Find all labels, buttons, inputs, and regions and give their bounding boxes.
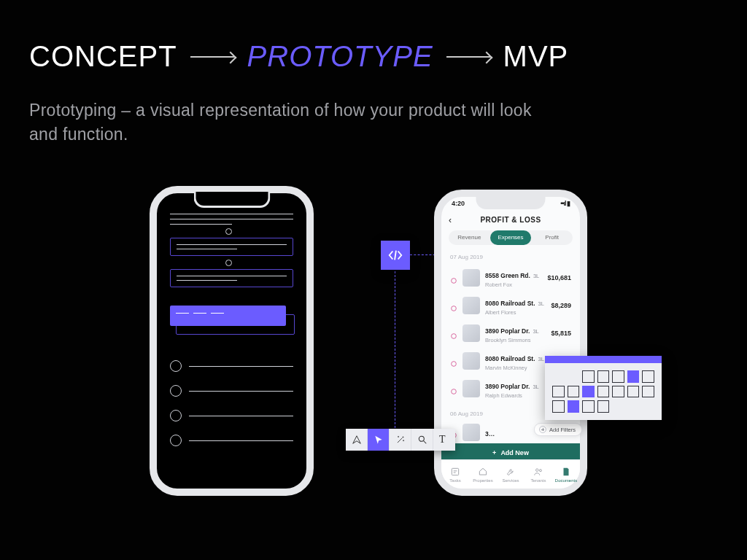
svg-point-1 xyxy=(402,437,403,438)
documents-icon xyxy=(561,467,571,477)
status-time: 4:20 xyxy=(452,200,465,207)
favorite-icon xyxy=(450,274,457,281)
expense-row[interactable]: 8080 Railroad St.3LAlbert Flores$8,289 xyxy=(441,292,580,319)
headline-mvp: MVP xyxy=(503,40,569,73)
calendar-cell[interactable] xyxy=(582,400,595,413)
expense-name: Brooklyn Simmons xyxy=(485,337,546,343)
calendar-cell[interactable] xyxy=(568,400,580,413)
pen-tool-button[interactable] xyxy=(346,429,368,451)
svg-line-5 xyxy=(423,441,426,444)
expense-address: 8558 Green Rd. xyxy=(485,272,530,279)
expense-address: 3890 Poplar Dr. xyxy=(485,383,530,390)
code-icon xyxy=(381,241,410,270)
wireframe-radio-row xyxy=(170,435,293,446)
plus-icon: + xyxy=(492,449,496,456)
expense-address: 3890 Poplar Dr. xyxy=(485,327,530,335)
design-toolbar: T xyxy=(346,429,455,451)
tasks-icon xyxy=(450,467,460,477)
arrow-icon xyxy=(446,56,490,58)
wireframe-radio-row xyxy=(170,410,293,421)
expense-name: Marvin McKinney xyxy=(485,365,546,371)
favorite-icon xyxy=(450,330,457,337)
headline: CONCEPT PROTOTYPE MVP xyxy=(29,40,568,73)
hifi-phone: 4:20 ••ıl ▮ ‹ PROFIT & LOSS Revenue Expe… xyxy=(434,190,587,496)
calendar-cell xyxy=(552,370,565,383)
svg-point-4 xyxy=(419,436,424,441)
property-thumb xyxy=(462,380,480,397)
svg-point-8 xyxy=(452,334,457,339)
calendar-cell[interactable] xyxy=(597,386,610,398)
expense-row[interactable]: 3890 Poplar Dr.3LBrooklyn Simmons$5,815 xyxy=(441,319,580,347)
date-header: 06 Aug 2019 xyxy=(450,411,483,417)
calendar-cell[interactable] xyxy=(568,386,580,398)
status-icons: ••ıl ▮ xyxy=(560,200,570,207)
calendar-cell[interactable] xyxy=(642,386,654,398)
calendar-cell[interactable] xyxy=(597,370,610,383)
svg-point-13 xyxy=(536,468,539,471)
svg-line-0 xyxy=(395,251,396,260)
tab-tenants[interactable]: Tenants xyxy=(525,460,552,489)
calendar-cell xyxy=(612,400,624,413)
add-filters-button[interactable]: Add Filters xyxy=(534,423,582,436)
tab-profit[interactable]: Profit xyxy=(531,230,573,245)
property-thumb xyxy=(462,269,480,287)
arrow-icon xyxy=(190,56,234,58)
favorite-icon xyxy=(450,357,457,365)
calendar-cell[interactable] xyxy=(582,370,595,383)
tab-tasks[interactable]: Tasks xyxy=(441,460,469,489)
calendar-cell[interactable] xyxy=(582,386,595,398)
wrench-icon xyxy=(506,467,516,477)
zoom-tool-button[interactable] xyxy=(411,429,433,451)
calendar-cell xyxy=(627,400,640,413)
calendar-cell[interactable] xyxy=(642,370,654,383)
calendar-cell[interactable] xyxy=(597,400,610,413)
segmented-control[interactable]: Revenue Expenses Profit xyxy=(449,230,573,245)
calendar-cell[interactable] xyxy=(612,370,624,383)
calendar-cell[interactable] xyxy=(627,370,640,383)
tab-services[interactable]: Services xyxy=(497,460,525,489)
wireframe-field xyxy=(170,238,293,256)
calendar-card xyxy=(545,356,662,420)
svg-point-3 xyxy=(403,440,403,441)
text-tool-button[interactable]: T xyxy=(433,429,455,451)
expense-amount: $5,815 xyxy=(551,330,571,337)
magic-tool-button[interactable] xyxy=(390,429,411,451)
tab-revenue[interactable]: Revenue xyxy=(449,230,490,245)
expense-address: 8080 Railroad St. xyxy=(485,355,535,362)
tab-bar: Tasks Properties Services Tenants Docume… xyxy=(441,459,580,489)
phone-notch xyxy=(193,192,270,208)
svg-rect-12 xyxy=(452,468,458,475)
move-tool-button[interactable] xyxy=(368,429,390,451)
expense-amount: $8,289 xyxy=(551,302,571,309)
calendar-cell xyxy=(568,370,580,383)
expense-row[interactable]: 8558 Green Rd.3LRobert Fox$10,681 xyxy=(441,264,580,292)
property-thumb xyxy=(462,324,480,342)
calendar-cell[interactable] xyxy=(552,386,565,398)
expense-name: Albert Flores xyxy=(485,309,546,316)
calendar-cell[interactable] xyxy=(552,400,565,413)
headline-prototype: PROTOTYPE xyxy=(247,40,433,73)
property-thumb xyxy=(462,297,480,314)
wireframe-field xyxy=(170,269,293,287)
wireframe-radio-row xyxy=(170,385,293,397)
property-thumb xyxy=(462,352,480,370)
home-icon xyxy=(478,467,488,477)
calendar-cell xyxy=(642,400,654,413)
svg-point-2 xyxy=(398,436,398,437)
svg-point-14 xyxy=(539,469,541,471)
svg-point-9 xyxy=(452,362,457,367)
wireframe-phone xyxy=(150,186,314,496)
calendar-cell[interactable] xyxy=(627,386,640,398)
svg-point-7 xyxy=(452,306,457,311)
tab-expenses[interactable]: Expenses xyxy=(490,230,532,245)
people-icon xyxy=(533,467,543,477)
svg-point-6 xyxy=(452,279,457,284)
calendar-cell[interactable] xyxy=(612,386,624,398)
svg-point-10 xyxy=(452,389,457,394)
expense-name: Robert Fox xyxy=(485,281,542,288)
headline-concept: CONCEPT xyxy=(29,40,177,73)
expense-address: 8080 Railroad St. xyxy=(485,300,535,307)
tab-properties[interactable]: Properties xyxy=(469,460,497,489)
favorite-icon xyxy=(450,385,457,392)
tab-documents[interactable]: Documents xyxy=(552,460,580,489)
